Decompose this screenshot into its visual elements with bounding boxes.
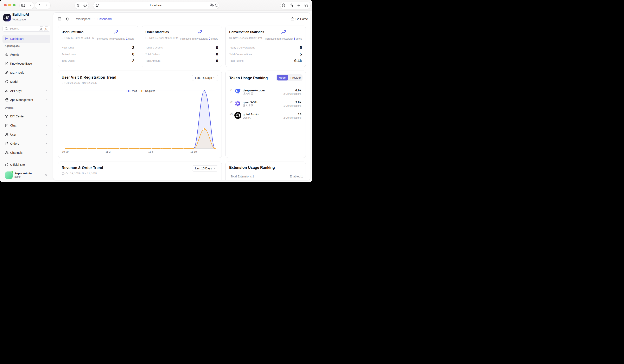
svg-text:Visit: Visit [132, 90, 137, 93]
svg-text:Register: Register [145, 90, 155, 93]
svg-text:11-2: 11-2 [105, 150, 110, 153]
svg-text:11-10: 11-10 [190, 150, 197, 153]
svg-text:11-6: 11-6 [148, 150, 153, 153]
svg-text:10-29: 10-29 [62, 150, 69, 153]
